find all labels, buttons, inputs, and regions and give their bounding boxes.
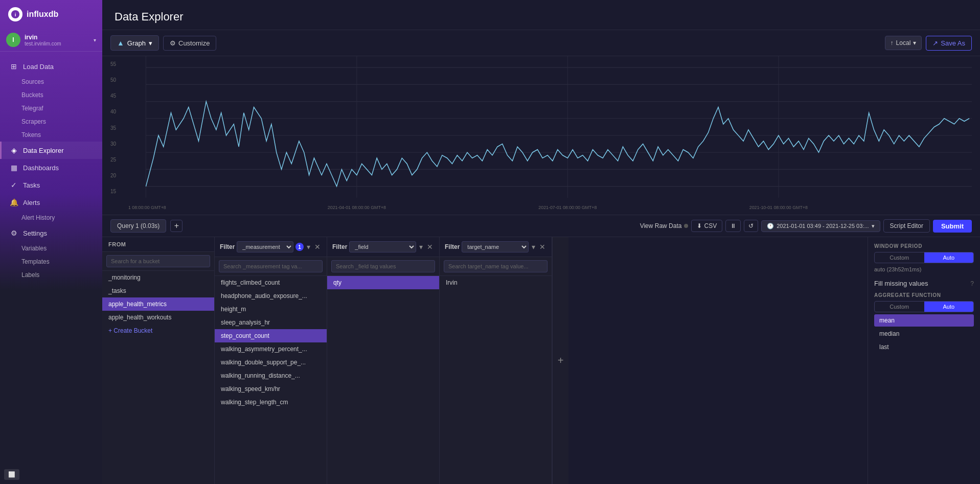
bottom-spacer xyxy=(568,237,868,484)
field-list: qty xyxy=(327,276,439,484)
measurement-search-input[interactable] xyxy=(219,260,323,272)
view-raw-button[interactable]: View Raw Data xyxy=(640,222,689,229)
sidebar-item-dashboards[interactable]: ▦ Dashboards xyxy=(0,159,102,176)
time-range-button[interactable]: 🕐 2021-01-01 03:49 - 2021-12-25 03:... ▾ xyxy=(761,220,880,232)
user-section[interactable]: I irvin test.irvinlim.com ▾ xyxy=(0,29,102,52)
submit-button[interactable]: Submit xyxy=(933,220,972,233)
sidebar-logo: i influxdb xyxy=(0,0,102,29)
sidebar-item-sources[interactable]: Sources xyxy=(0,75,102,88)
sidebar-item-alert-history[interactable]: Alert History xyxy=(0,211,102,224)
filter-expand-button-3[interactable]: ▾ xyxy=(531,243,536,251)
aggregate-auto-btn[interactable]: Auto xyxy=(924,302,974,312)
sidebar-item-data-explorer[interactable]: ◈ Data Explorer xyxy=(0,142,102,159)
field-search-input[interactable] xyxy=(331,260,435,272)
filter-label-1: Filter xyxy=(220,243,235,250)
chart-area: 55 50 45 40 35 30 25 20 15 01 0 xyxy=(102,56,980,215)
customize-button[interactable]: ⚙ Customize xyxy=(163,36,216,51)
customize-label: Customize xyxy=(178,39,210,47)
sidebar-item-templates[interactable]: Templates xyxy=(0,255,102,268)
filter-label-2: Filter xyxy=(332,243,347,250)
bucket-search-input[interactable] xyxy=(106,255,210,267)
measurement-filter-badge: 1 xyxy=(295,243,304,251)
measurement-field-select[interactable]: _measurement xyxy=(237,241,293,252)
aggregate-item-median[interactable]: median xyxy=(874,328,974,340)
help-icon[interactable]: ? xyxy=(970,280,974,287)
sidebar-item-telegraf[interactable]: Telegraf xyxy=(0,102,102,115)
aggregate-item-mean[interactable]: mean xyxy=(874,314,974,327)
target-search xyxy=(440,257,552,276)
download-icon: ⬇ xyxy=(697,222,702,229)
filter-close-button-2[interactable]: ✕ xyxy=(426,243,434,251)
sidebar-item-labels[interactable]: Labels xyxy=(0,268,102,282)
measurement-item-walking-double[interactable]: walking_double_support_pe_... xyxy=(215,356,327,369)
tasks-icon: ✓ xyxy=(10,181,18,189)
logo-text: influxdb xyxy=(27,10,58,19)
sidebar-toggle-button[interactable]: ⬜ xyxy=(4,469,19,480)
logo-icon: i xyxy=(8,7,22,21)
filter-label-3: Filter xyxy=(445,243,460,250)
query-bar-right: View Raw Data ⬇ CSV ⏸ ↺ 🕐 2021-01-01 03:… xyxy=(640,219,972,233)
auto-period-value: auto (23h52m1ms) xyxy=(874,266,974,272)
sidebar-item-label-settings: Settings xyxy=(23,229,47,237)
filter-actions-1: ▾ ✕ xyxy=(306,243,322,251)
measurement-item-walking-running[interactable]: walking_running_distance_... xyxy=(215,369,327,382)
from-panel-header: FROM xyxy=(102,237,214,252)
bucket-item-apple-health-metrics[interactable]: apple_health_metrics xyxy=(102,297,214,311)
sidebar-item-buckets[interactable]: Buckets xyxy=(0,88,102,102)
field-select[interactable]: _field xyxy=(349,241,416,252)
svg-text:i: i xyxy=(15,12,16,17)
measurement-item-flights[interactable]: flights_climbed_count xyxy=(215,276,327,289)
target-name-select[interactable]: target_name xyxy=(462,241,529,252)
refresh-button[interactable]: ↺ xyxy=(744,220,758,232)
user-name: irvin xyxy=(25,34,89,41)
measurement-item-sleep[interactable]: sleep_analysis_hr xyxy=(215,316,327,329)
add-query-button[interactable]: + xyxy=(170,220,183,232)
sidebar-item-variables[interactable]: Variables xyxy=(0,242,102,255)
local-chevron-icon: ▾ xyxy=(913,39,916,47)
filter-expand-button-1[interactable]: ▾ xyxy=(306,243,311,251)
aggregate-item-last[interactable]: last xyxy=(874,341,974,353)
measurement-item-walking-asymmetry[interactable]: walking_asymmetry_percent_... xyxy=(215,342,327,356)
target-list: Irvin xyxy=(440,276,552,484)
filter-close-button-1[interactable]: ✕ xyxy=(313,243,322,251)
target-item-irvin[interactable]: Irvin xyxy=(440,276,552,289)
field-item-qty[interactable]: qty xyxy=(327,276,439,289)
bucket-item-tasks[interactable]: _tasks xyxy=(102,284,214,297)
save-as-label: Save As xyxy=(941,39,965,47)
sidebar-item-scrapers[interactable]: Scrapers xyxy=(0,115,102,128)
window-period-custom-btn[interactable]: Custom xyxy=(875,252,924,263)
filter-panel-target: Filter target_name ▾ ✕ Irvin xyxy=(440,237,552,484)
pause-button[interactable]: ⏸ xyxy=(725,220,741,232)
create-bucket-button[interactable]: + Create Bucket xyxy=(102,324,214,337)
filter-close-button-3[interactable]: ✕ xyxy=(538,243,546,251)
measurement-item-headphone[interactable]: headphone_audio_exposure_... xyxy=(215,289,327,303)
local-button[interactable]: ↑ Local ▾ xyxy=(885,36,922,50)
user-info: irvin test.irvinlim.com xyxy=(25,34,89,47)
add-filter-button[interactable]: + xyxy=(552,237,568,484)
measurement-item-step-count[interactable]: step_count_count xyxy=(215,329,327,342)
query-tab-1[interactable]: Query 1 (0.03s) xyxy=(110,219,166,233)
bucket-item-monitoring[interactable]: _monitoring xyxy=(102,271,214,284)
sidebar-item-alerts[interactable]: 🔔 Alerts xyxy=(0,194,102,211)
aggregate-custom-btn[interactable]: Custom xyxy=(875,302,924,312)
save-as-button[interactable]: ↗ Save As xyxy=(926,36,972,51)
field-search xyxy=(327,257,439,276)
sidebar-item-load-data[interactable]: ⊞ Load Data xyxy=(0,58,102,75)
fill-missing-label: Fill missing values xyxy=(874,280,928,287)
filter-expand-button-2[interactable]: ▾ xyxy=(418,243,424,251)
bucket-item-apple-health-workouts[interactable]: apple_health_workouts xyxy=(102,311,214,324)
script-editor-button[interactable]: Script Editor xyxy=(883,219,930,233)
csv-download-button[interactable]: ⬇ CSV xyxy=(691,220,722,232)
sidebar-item-tokens[interactable]: Tokens xyxy=(0,128,102,142)
sidebar-item-label-alerts: Alerts xyxy=(23,199,40,206)
measurement-item-height[interactable]: height_m xyxy=(215,303,327,316)
sidebar-item-settings[interactable]: ⚙ Settings xyxy=(0,224,102,242)
target-search-input[interactable] xyxy=(444,260,548,272)
window-period-auto-btn[interactable]: Auto xyxy=(924,252,974,263)
sidebar-item-tasks[interactable]: ✓ Tasks xyxy=(0,176,102,194)
graph-type-button[interactable]: ▲ Graph ▾ xyxy=(110,35,159,51)
filter-panel-target-header: Filter target_name ▾ ✕ xyxy=(440,237,552,257)
measurement-item-walking-step[interactable]: walking_step_length_cm xyxy=(215,396,327,409)
measurement-list: flights_climbed_count headphone_audio_ex… xyxy=(215,276,327,484)
measurement-item-walking-speed[interactable]: walking_speed_km/hr xyxy=(215,382,327,396)
